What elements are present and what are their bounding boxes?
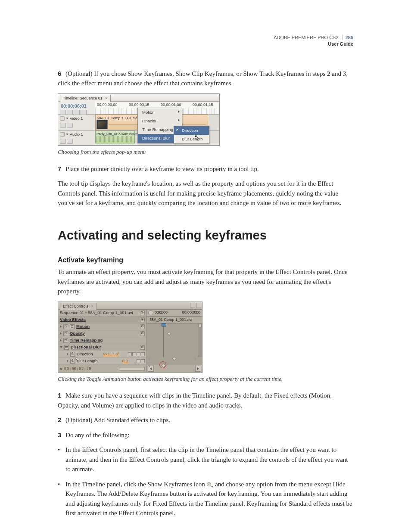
- chevron-right-icon[interactable]: [60, 325, 62, 328]
- next-keyframe-icon[interactable]: [195, 357, 197, 361]
- panel-tab[interactable]: Effect Controls ×: [60, 303, 97, 310]
- effect-toggle-button[interactable]: fx: [63, 331, 68, 336]
- section-toggle-button[interactable]: ⊗: [140, 317, 145, 322]
- clip-breadcrumb: Sequence 01 * 58A_01 Comp 1_001.avi ⟳: [58, 310, 146, 317]
- chevron-right-icon[interactable]: [60, 332, 62, 335]
- effect-property-submenu[interactable]: Direction Blur Length: [174, 126, 209, 144]
- step-number: 3: [58, 431, 61, 439]
- step-2: 2 (Optional) Add Standard effects to cli…: [58, 415, 353, 425]
- transform-icon: ◻: [70, 324, 75, 329]
- toggle-animation-button[interactable]: ⏱: [70, 352, 75, 357]
- bullet-item: In the Effect Controls panel, first sele…: [58, 445, 353, 474]
- chevron-down-icon[interactable]: [66, 118, 68, 119]
- step-text: Make sure you have a sequence with clips…: [58, 392, 332, 409]
- figure-caption: Clicking the Toggle Animation button act…: [58, 375, 353, 383]
- menu-item-motion[interactable]: Motion: [138, 108, 182, 117]
- reset-button[interactable]: ↺: [140, 324, 145, 329]
- effect-list: Sequence 01 * 58A_01 Comp 1_001.avi ⟳ Vi…: [58, 310, 147, 365]
- keyframe-navigator[interactable]: [128, 352, 145, 356]
- section-heading: Activating and selecting keyframes: [58, 226, 353, 245]
- panel-tabbar: Effect Controls ×: [58, 302, 202, 310]
- toggle-animation-button[interactable]: ⏱: [70, 359, 75, 364]
- panel-tab[interactable]: Timeline: Sequence 01 ×: [60, 95, 111, 102]
- tool-button[interactable]: [60, 110, 66, 115]
- tool-button[interactable]: [74, 110, 80, 115]
- effect-toggle-button[interactable]: fx: [63, 338, 68, 343]
- chevron-right-icon[interactable]: [60, 339, 62, 342]
- menu-item-opacity[interactable]: Opacity: [138, 117, 182, 125]
- track-name: Audio 1: [70, 132, 83, 138]
- close-icon[interactable]: ×: [105, 96, 107, 100]
- property-value[interactable]: 9x117.8°: [103, 351, 119, 357]
- panel-menu-button[interactable]: [190, 303, 195, 308]
- page-number: 286: [342, 35, 353, 40]
- panel-menu-button[interactable]: [196, 303, 201, 308]
- effect-timeline[interactable]: 0;02;00 00;00;03;0 58A_01 Comp 1_001.avi: [147, 310, 202, 365]
- chevron-down-icon[interactable]: [66, 134, 68, 135]
- effect-toggle-button[interactable]: fx: [64, 345, 69, 350]
- panel-footer: ⇆ 00;00;02;20: [58, 365, 202, 373]
- property-value[interactable]: 0.0: [122, 358, 128, 364]
- step-text: Place the pointer directly over a keyfra…: [65, 165, 259, 172]
- step-number: 6: [58, 70, 61, 77]
- chevron-right-icon[interactable]: [67, 353, 68, 355]
- effect-row-directional-blur[interactable]: fx Directional Blur ↺: [58, 344, 146, 351]
- property-row-direction[interactable]: ⏱ Direction 9x117.8°: [58, 351, 146, 358]
- page-header: ADOBE PREMIERE PRO CS3 286 User Guide: [58, 34, 353, 47]
- set-display-style-button[interactable]: [60, 123, 66, 128]
- panel-tab-label: Timeline: Sequence 01: [63, 96, 103, 100]
- vertical-scrollbar[interactable]: [198, 324, 202, 357]
- ruler-label: 00;00;00;00: [97, 102, 118, 108]
- effect-row-motion[interactable]: fx ◻ Motion ↺: [58, 324, 146, 330]
- chevron-down-icon[interactable]: [60, 346, 62, 348]
- prev-keyframe-icon[interactable]: [148, 364, 150, 367]
- figure-effect-controls-panel: Effect Controls × Sequence 01 * 58A_01 C…: [58, 302, 353, 373]
- close-icon[interactable]: ×: [91, 304, 93, 308]
- property-row-blur-length[interactable]: ⏱ Blur Length 0.0: [58, 358, 146, 365]
- figure-caption: Choosing from the effects pop-up menu: [58, 148, 353, 156]
- chevron-right-icon[interactable]: [67, 360, 68, 362]
- paragraph-tooltip-info: The tool tip displays the keyframe's loc…: [58, 179, 353, 208]
- track-toggle-button[interactable]: [60, 132, 65, 137]
- show-hide-timeline-button[interactable]: ⟳: [140, 311, 145, 315]
- track-name: Video 1: [70, 116, 83, 122]
- track-toggle-button[interactable]: [60, 116, 65, 121]
- reset-button[interactable]: ↺: [140, 331, 145, 336]
- keyframe-navigator[interactable]: [137, 359, 145, 363]
- effect-toggle-button[interactable]: fx: [63, 324, 68, 329]
- next-frame-button[interactable]: [195, 366, 201, 372]
- effect-row-opacity[interactable]: fx Opacity ↺: [58, 330, 146, 337]
- tool-button[interactable]: [67, 110, 73, 115]
- keyframe-diamond-icon[interactable]: [172, 356, 177, 361]
- effect-row-time-remapping[interactable]: fx Time Remapping: [58, 337, 146, 344]
- footer-timecode[interactable]: 00;00;02;20: [64, 366, 91, 372]
- zoom-slider[interactable]: [119, 367, 145, 370]
- reset-button[interactable]: ↺: [140, 345, 145, 350]
- subsection-heading: Activate keyframing: [58, 255, 353, 265]
- prev-keyframe-icon[interactable]: [148, 357, 150, 361]
- set-display-style-button[interactable]: [60, 139, 66, 144]
- audio-clip[interactable]: Party_Life_SFX.wav Volum: [95, 131, 135, 143]
- sync-icon[interactable]: ⇆: [60, 366, 62, 372]
- submenu-item-blur-length[interactable]: Blur Length: [174, 135, 209, 143]
- ruler-label: 00;00;01;00: [161, 102, 181, 108]
- go-to-time-button[interactable]: [148, 310, 153, 315]
- current-timecode[interactable]: 00;00;06;01: [58, 102, 95, 110]
- show-keyframes-icon: [206, 482, 213, 488]
- mouse-cursor-icon: ↖: [75, 355, 80, 364]
- show-keyframes-button[interactable]: [67, 123, 73, 128]
- clip-thumbnail: [97, 120, 108, 129]
- section-video-effects: Video Effects ⊗: [58, 317, 146, 324]
- bullet-text-pre: In the Timeline panel, click the Show Ke…: [65, 481, 206, 488]
- show-keyframes-button[interactable]: [67, 139, 73, 144]
- step-number: 1: [58, 392, 61, 399]
- step-text: (Optional) Add Standard effects to clips…: [65, 417, 170, 423]
- guide-label: User Guide: [328, 41, 353, 47]
- waveform-icon: [97, 136, 134, 142]
- product-name: ADOBE PREMIERE PRO CS3: [274, 35, 338, 40]
- step-text: Do any of the following:: [65, 432, 129, 439]
- playhead-icon[interactable]: [163, 324, 164, 357]
- keyframe-diamond-icon[interactable]: [167, 331, 171, 336]
- tool-button[interactable]: [81, 110, 87, 115]
- submenu-item-direction[interactable]: Direction: [174, 126, 209, 135]
